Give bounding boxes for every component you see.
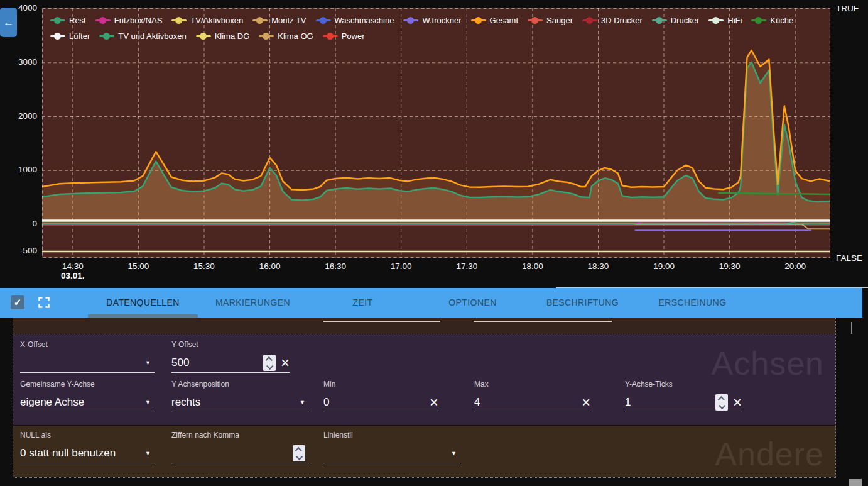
legend-item[interactable]: Klima OG xyxy=(259,31,313,41)
scroll-up-icon[interactable] xyxy=(851,323,861,331)
fullscreen-icon[interactable] xyxy=(38,296,50,309)
legend-marker-icon xyxy=(528,17,543,24)
legend-item[interactable]: Sauger xyxy=(528,16,573,25)
legend-item[interactable]: Lüfter xyxy=(50,31,90,41)
max-input[interactable]: 4 × xyxy=(474,393,590,412)
enabled-checkbox[interactable]: ✓ xyxy=(11,295,24,309)
tab-markierungen[interactable]: MARKIERUNGEN xyxy=(198,288,308,318)
field-y-achse-ticks: Y-Achse-Ticks 1 × xyxy=(625,380,742,412)
x-offset-select[interactable]: ▼ xyxy=(20,353,155,373)
legend-row: LüfterTV und AktivboxenKlima DGKlima OGP… xyxy=(50,28,793,44)
legend-item[interactable]: Klima DG xyxy=(196,31,250,41)
legend-marker-icon xyxy=(259,33,274,40)
number-stepper[interactable] xyxy=(715,394,728,411)
x-axis-tick-label: 18:00 xyxy=(506,262,559,271)
x-axis-tick-label: 14:30 xyxy=(46,262,99,271)
number-stepper[interactable] xyxy=(293,445,305,461)
clear-icon[interactable]: × xyxy=(733,396,742,409)
y-axis-tick-label: 0 xyxy=(0,219,37,228)
x-axis-date-label: 03.01. xyxy=(46,271,99,280)
legend-label: Power xyxy=(342,31,365,41)
legend-label: Fritzbox/NAS xyxy=(114,16,163,25)
legend-marker-icon xyxy=(403,17,418,24)
series-area-Rest xyxy=(42,62,830,224)
x-axis-tick-label: 16:30 xyxy=(309,262,362,271)
legend-item[interactable]: Drucker xyxy=(652,16,700,25)
field-min: Min 0 × xyxy=(323,380,438,412)
legend-item[interactable]: Moritz TV xyxy=(252,16,306,25)
legend-marker-icon xyxy=(50,17,65,24)
chevron-down-icon[interactable]: ▼ xyxy=(145,399,151,406)
chevron-down-icon[interactable]: ▼ xyxy=(145,450,151,456)
legend-item[interactable]: TV/Aktivboxen xyxy=(171,16,243,25)
field-label: Y-Offset xyxy=(171,340,290,349)
chevron-down-icon[interactable]: ▼ xyxy=(451,450,457,456)
tab-optionen[interactable]: OPTIONEN xyxy=(418,288,528,318)
panel-border xyxy=(13,318,13,478)
clear-icon[interactable]: × xyxy=(430,396,438,409)
legend-marker-icon xyxy=(708,17,724,24)
legend-marker-icon xyxy=(323,33,338,40)
scrollbar-thumb[interactable] xyxy=(849,479,862,486)
field-max: Max 4 × xyxy=(474,380,590,412)
tab-erscheinung[interactable]: ERSCHEINUNG xyxy=(637,288,747,318)
gemeinsame-y-achse-select[interactable]: eigene Achse ▼ xyxy=(20,393,155,412)
x-axis-tick-label: 18:30 xyxy=(572,262,624,271)
y-achsenposition-select[interactable]: rechts ▼ xyxy=(171,393,309,412)
legend-item[interactable]: Waschmaschine xyxy=(316,16,394,25)
panel-border xyxy=(13,477,836,478)
legend-label: Sauger xyxy=(546,16,573,25)
legend-marker-icon xyxy=(471,17,486,24)
back-button[interactable]: ← xyxy=(0,8,17,37)
field-label: X-Offset xyxy=(20,340,155,349)
y-axis-tick-label: -500 xyxy=(0,246,37,255)
legend-label: Küche xyxy=(770,16,793,25)
min-input[interactable]: 0 × xyxy=(323,393,438,412)
legend-label: W.trockner xyxy=(422,16,461,25)
null-als-select[interactable]: 0 statt null benutzen ▼ xyxy=(20,444,155,463)
andere-watermark: Andere xyxy=(715,435,824,473)
y-offset-input[interactable]: 500 × xyxy=(171,353,290,373)
legend-label: Drucker xyxy=(671,16,700,25)
field-value: 500 xyxy=(171,356,263,369)
x-axis-tick-label: 16:00 xyxy=(244,262,296,271)
legend-item[interactable]: Küche xyxy=(751,16,793,25)
field-label: Ziffern nach Komma xyxy=(171,431,309,439)
legend-item[interactable]: Rest xyxy=(50,16,86,25)
chevron-down-icon[interactable]: ▼ xyxy=(300,399,305,406)
field-y-achsenposition: Y Achsenposition rechts ▼ xyxy=(171,380,309,412)
legend-item[interactable]: Gesamt xyxy=(471,16,519,25)
tab-beschriftung[interactable]: BESCHRIFTUNG xyxy=(528,288,637,318)
legend-item[interactable]: Fritzbox/NAS xyxy=(95,16,163,25)
field-label: Max xyxy=(474,380,590,389)
x-axis-tick-label: 19:00 xyxy=(637,262,690,271)
tab-zeit[interactable]: ZEIT xyxy=(308,288,418,318)
x-axis-tick-label: 15:30 xyxy=(178,262,231,271)
legend-label: TV und Aktivboxen xyxy=(118,31,186,41)
legend-item[interactable]: TV und Aktivboxen xyxy=(99,31,186,41)
chart-plot-area[interactable]: RestFritzbox/NASTV/AktivboxenMoritz TVWa… xyxy=(42,8,830,258)
y-axis-tick-label: 1000 xyxy=(0,165,37,174)
y-achse-ticks-input[interactable]: 1 × xyxy=(625,393,742,412)
field-value: rechts xyxy=(171,396,296,409)
number-stepper[interactable] xyxy=(263,355,276,371)
clear-icon[interactable]: × xyxy=(582,396,590,409)
flot-chart-editor: ← RestFritzbox/NASTV/AktivboxenMoritz TV… xyxy=(0,0,868,486)
legend-item[interactable]: W.trockner xyxy=(403,16,461,25)
field-label: NULL als xyxy=(20,431,155,439)
linienstil-select[interactable]: ▼ xyxy=(323,444,460,463)
legend-item[interactable]: 3D Drucker xyxy=(582,16,643,25)
clear-icon[interactable]: × xyxy=(281,356,290,369)
field-null-als: NULL als 0 statt null benutzen ▼ xyxy=(20,431,155,463)
field-value: 1 xyxy=(625,396,715,409)
legend-item[interactable]: Power xyxy=(323,31,365,41)
ziffern-nach-komma-input[interactable] xyxy=(171,444,309,463)
tab-datenquellen[interactable]: DATENQUELLEN xyxy=(88,288,198,318)
achsen-watermark: Achsen xyxy=(712,345,824,382)
chevron-down-icon[interactable]: ▼ xyxy=(145,360,151,366)
legend-item[interactable]: HiFi xyxy=(708,16,742,25)
legend-label: Klima OG xyxy=(278,31,313,41)
chart-canvas xyxy=(42,8,830,258)
legend-marker-icon xyxy=(316,17,331,24)
legend-marker-icon xyxy=(252,17,268,24)
